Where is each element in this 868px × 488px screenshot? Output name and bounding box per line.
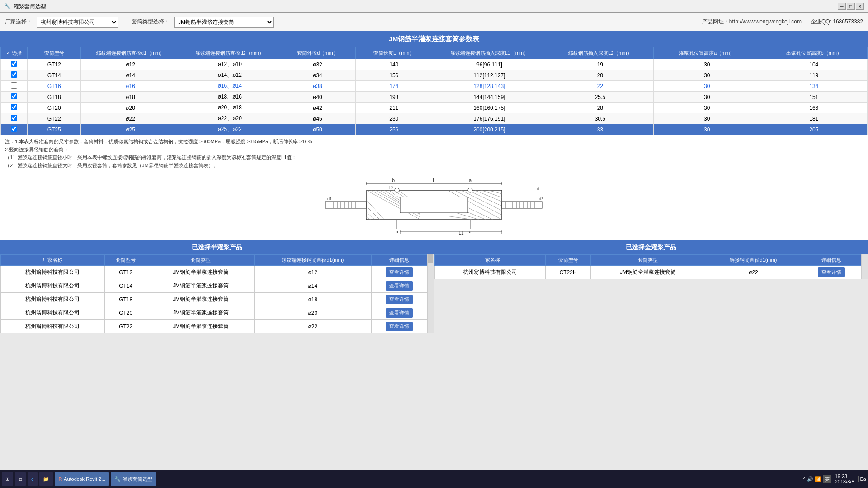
main-table-section: JM钢筋半灌浆连接套筒参数表 ✓ 选择 套筒型号 螺纹端连接钢筋直径d1（mm）… (0, 31, 868, 135)
half-grout-row: 杭州翁博科技有限公司 GT12 JM钢筋半灌浆连接套筒 ø12 查看详情 (1, 266, 427, 279)
header-l2: 螺纹钢筋插入深度L2（mm） (547, 47, 653, 59)
half-grout-detail-button[interactable]: 查看详情 (386, 267, 413, 277)
br-d1: ø22 (705, 266, 802, 279)
type-select[interactable]: JM钢筋半灌浆连接套筒 (174, 17, 274, 28)
row-checkbox[interactable] (11, 126, 17, 132)
file-manager-button[interactable]: 📁 (39, 472, 53, 486)
parameters-table: ✓ 选择 套筒型号 螺纹端连接钢筋直径d1（mm） 灌浆端连接钢筋直径d2（mm… (0, 47, 868, 135)
bl-type: JM钢筋半灌浆连接套筒 (147, 306, 254, 320)
row-checkbox[interactable] (11, 61, 17, 67)
header-l1: 灌浆端连接钢筋插入深度L1（mm） (432, 47, 547, 59)
revit-button[interactable]: R Autodesk Revit 2... (55, 472, 109, 486)
full-grout-d1-header: 链接钢筋直径d1(mm) (705, 255, 802, 266)
sleeve-label: 灌浆套筒选型 (123, 476, 152, 483)
row-checkbox[interactable] (11, 93, 17, 99)
half-grout-detail-button[interactable]: 查看详情 (386, 308, 413, 318)
row-checkbox[interactable] (11, 104, 17, 110)
svg-rect-44 (502, 202, 542, 208)
taskbar-right: ^ 🔊 📶 英 19:23 2018/8/8 Ea (803, 474, 866, 484)
table-row: GT22 ø22 ø22、ø20 ø45 230 176[176,191] 30… (1, 113, 868, 124)
svg-text:b: b (396, 230, 398, 234)
edge-button[interactable]: e (28, 472, 38, 486)
row-checkbox-cell[interactable] (1, 92, 28, 103)
br-factory: 杭州翁博科技有限公司 (435, 266, 546, 279)
row-model: GT25 (28, 124, 81, 135)
row-a: 30 (654, 59, 760, 70)
full-grout-factory-header: 厂家名称 (435, 255, 546, 266)
svg-text:b: b (392, 178, 395, 183)
task-view-button[interactable]: ⧉ (15, 472, 26, 486)
diagram-section: L b a L2 (0, 172, 868, 240)
bottom-left-scroll-area: 厂家名称 套筒型号 套筒类型 螺纹端连接钢筋直径d1(mm) 详细信息 杭州翁博… (0, 254, 427, 333)
bottom-left-title: 已选择半灌浆产品 (0, 241, 434, 254)
half-grout-row: 杭州翁博科技有限公司 GT20 JM钢筋半灌浆连接套筒 ø20 查看详情 (1, 306, 427, 320)
full-grout-table: 厂家名称 套筒型号 套筒类型 链接钢筋直径d1(mm) 详细信息 杭州翁博科技有… (434, 254, 861, 279)
full-grout-detail-button[interactable]: 查看详情 (818, 267, 845, 277)
table-body: GT12 ø12 ø12、ø10 ø32 140 96[96,111] 19 3… (1, 59, 868, 135)
full-grout-model-header: 套筒型号 (545, 255, 591, 266)
row-model: GT22 (28, 113, 81, 124)
bl-factory: 杭州翁博科技有限公司 (1, 320, 105, 333)
row-l1: 96[96,111] (432, 59, 547, 70)
revit-label: Autodesk Revit 2... (64, 476, 105, 482)
br-model: CT22H (545, 266, 591, 279)
tray-icons: ^ 🔊 📶 (803, 476, 821, 482)
row-b: 181 (760, 113, 868, 124)
show-desktop-button[interactable]: Ea (858, 476, 866, 482)
row-d2: ø12、ø10 (180, 59, 279, 70)
restore-button[interactable]: □ (847, 3, 855, 10)
svg-text:L1: L1 (458, 230, 464, 235)
note-line2: 2.竖向连接异径钢筋的套筒： (5, 146, 863, 154)
row-od: ø32 (279, 59, 356, 70)
row-od: ø50 (279, 124, 356, 135)
left-scrollbar[interactable] (427, 254, 434, 333)
bl-factory: 杭州翁博科技有限公司 (1, 306, 105, 320)
row-d1: ø22 (81, 113, 180, 124)
row-checkbox-cell[interactable] (1, 103, 28, 113)
minimize-button[interactable]: ─ (838, 3, 846, 10)
table-row: GT25 ø25 ø25、ø22 ø50 256 200[200,215] 33… (1, 124, 868, 135)
bl-type: JM钢筋半灌浆连接套筒 (147, 293, 254, 306)
half-grout-row: 杭州翁博科技有限公司 GT18 JM钢筋半灌浆连接套筒 ø18 查看详情 (1, 293, 427, 306)
language-indicator[interactable]: 英 (823, 475, 831, 483)
bl-factory: 杭州翁博科技有限公司 (1, 293, 105, 306)
row-a: 30 (654, 103, 760, 113)
row-checkbox-cell[interactable] (1, 59, 28, 70)
svg-text:d2: d2 (539, 197, 543, 201)
row-d1: ø18 (81, 92, 180, 103)
note-line3: （1）灌浆端连接钢筋直径小时，采用本表中螺纹连接端钢筋的标准套筒，灌浆端连接钢筋… (5, 154, 863, 162)
row-a: 30 (654, 113, 760, 124)
header-d2: 灌浆端连接钢筋直径d2（mm） (180, 47, 279, 59)
bl-model: GT14 (104, 279, 147, 293)
type-label: 套筒类型选择： (132, 18, 170, 26)
header-b: 出浆孔位置高度b（mm） (760, 47, 868, 59)
half-grout-detail-button[interactable]: 查看详情 (386, 281, 413, 291)
sleeve-diagram: L b a L2 (321, 177, 547, 235)
row-checkbox[interactable] (11, 82, 17, 89)
close-button[interactable]: ✕ (856, 3, 864, 10)
bl-detail-cell: 查看详情 (372, 306, 427, 320)
bl-d1: ø18 (254, 293, 372, 306)
sleeve-app-button[interactable]: 🔧 灌浆套筒选型 (111, 472, 156, 486)
half-grout-d1-header: 螺纹端连接钢筋直径d1(mm) (254, 255, 372, 266)
toolbar: 厂家选择： 杭州翁博科技有限公司 套筒类型选择： JM钢筋半灌浆连接套筒 产品网… (0, 13, 868, 31)
half-grout-detail-button[interactable]: 查看详情 (386, 295, 413, 304)
row-checkbox-cell[interactable] (1, 70, 28, 81)
row-checkbox[interactable] (11, 115, 17, 121)
row-l: 230 (356, 113, 432, 124)
right-scrollbar[interactable] (861, 254, 868, 279)
row-checkbox[interactable] (11, 71, 17, 78)
row-checkbox-cell[interactable] (1, 124, 28, 135)
half-grout-row: 杭州翁博科技有限公司 GT22 JM钢筋半灌浆连接套筒 ø22 查看详情 (1, 320, 427, 333)
factory-select[interactable]: 杭州翁博科技有限公司 (37, 17, 118, 28)
row-checkbox-cell[interactable] (1, 113, 28, 124)
row-d2: ø16、ø14 (180, 81, 279, 92)
row-l1: 176[176,191] (432, 113, 547, 124)
bl-model: GT18 (104, 293, 147, 306)
row-checkbox-cell[interactable] (1, 81, 28, 92)
row-l: 211 (356, 103, 432, 113)
half-grout-detail-button[interactable]: 查看详情 (386, 322, 413, 331)
start-button[interactable]: ⊞ (2, 472, 13, 486)
row-b: 151 (760, 92, 868, 103)
row-d1: ø25 (81, 124, 180, 135)
